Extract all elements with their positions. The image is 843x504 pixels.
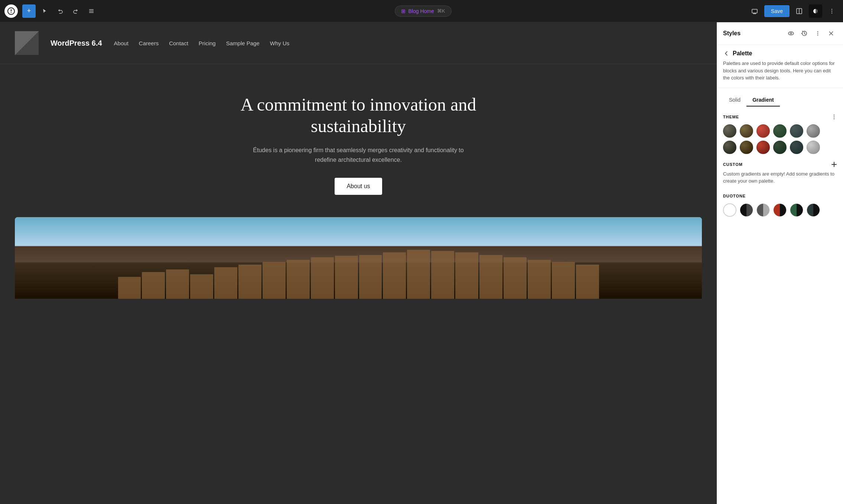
redo-button[interactable] xyxy=(69,4,82,18)
sidebar-header-icons xyxy=(785,27,837,39)
duotone-section: DUOTONE xyxy=(723,192,837,217)
svg-point-10 xyxy=(790,33,792,34)
site-header: WordPress 6.4 About Careers Contact Pric… xyxy=(0,22,717,64)
theme-swatch-8[interactable] xyxy=(740,141,753,154)
add-button[interactable]: + xyxy=(22,4,36,18)
theme-swatch-6[interactable] xyxy=(807,124,820,138)
more-sidebar-button[interactable] xyxy=(812,27,824,39)
site-logo xyxy=(15,31,39,55)
svg-point-14 xyxy=(817,35,818,35)
palette-title: Palette xyxy=(733,50,752,57)
nav-about[interactable]: About xyxy=(114,40,128,46)
add-custom-gradient-button[interactable] xyxy=(831,161,837,167)
theme-swatch-12[interactable] xyxy=(807,141,820,154)
tab-solid[interactable]: Solid xyxy=(723,94,746,107)
breadcrumb-label: Blog Home xyxy=(409,8,434,14)
tab-gradient[interactable]: Gradient xyxy=(746,94,780,107)
list-view-button[interactable] xyxy=(85,4,98,18)
more-options-button[interactable] xyxy=(825,4,839,18)
theme-more-button[interactable] xyxy=(831,114,837,120)
theme-swatch-1[interactable] xyxy=(723,124,736,138)
theme-swatch-5[interactable] xyxy=(790,124,803,138)
theme-swatch-4[interactable] xyxy=(773,124,787,138)
theme-swatch-2[interactable] xyxy=(740,124,753,138)
custom-empty-text: Custom gradients are empty! Add some gra… xyxy=(723,170,837,185)
svg-point-13 xyxy=(817,33,818,34)
duotone-label: DUOTONE xyxy=(723,194,746,198)
custom-section: CUSTOM Custom gradients are empty! Add s… xyxy=(723,161,837,185)
theme-swatch-10[interactable] xyxy=(773,141,787,154)
palette-header: Palette xyxy=(717,45,843,60)
hero-subtitle: Études is a pioneering firm that seamles… xyxy=(247,145,470,164)
site-name: WordPress 6.4 xyxy=(51,39,102,48)
theme-label: THEME xyxy=(723,115,739,119)
breadcrumb-icon: ⊞ xyxy=(401,8,406,14)
duotone-swatch-3[interactable] xyxy=(756,203,770,217)
wp-logo[interactable] xyxy=(4,4,18,18)
nav-contact[interactable]: Contact xyxy=(169,40,188,46)
custom-section-header: CUSTOM xyxy=(723,161,837,167)
toolbar: + ⊞ Blog Home ⌘K Save xyxy=(0,0,843,22)
theme-swatch-7[interactable] xyxy=(723,141,736,154)
duotone-swatch-1[interactable] xyxy=(723,203,736,217)
hero-cta-button[interactable]: About us xyxy=(335,178,382,195)
svg-rect-3 xyxy=(752,9,757,13)
svg-point-12 xyxy=(817,31,818,32)
hero-title: A commitment to innovation and sustainab… xyxy=(228,94,488,137)
svg-point-6 xyxy=(831,9,832,9)
theme-swatch-9[interactable] xyxy=(756,141,770,154)
architecture-image xyxy=(15,217,702,299)
duotone-swatch-6[interactable] xyxy=(807,203,820,217)
theme-swatch-3[interactable] xyxy=(756,124,770,138)
theme-section-header: THEME xyxy=(723,114,837,120)
theme-toggle-button[interactable] xyxy=(809,4,822,18)
layout-button[interactable] xyxy=(792,4,806,18)
back-button[interactable] xyxy=(723,50,730,57)
save-button[interactable]: Save xyxy=(764,5,790,17)
duotone-swatch-2[interactable] xyxy=(740,203,753,217)
main-area: WordPress 6.4 About Careers Contact Pric… xyxy=(0,22,843,504)
sidebar-content: THEME xyxy=(717,107,843,504)
sidebar-header: Styles xyxy=(717,22,843,45)
history-button[interactable] xyxy=(798,27,810,39)
duotone-header: DUOTONE xyxy=(723,192,837,199)
svg-rect-0 xyxy=(89,9,94,10)
nav-pricing[interactable]: Pricing xyxy=(199,40,216,46)
styles-panel: Styles Palette xyxy=(717,22,843,504)
svg-point-18 xyxy=(834,116,834,117)
theme-swatches-row2 xyxy=(723,141,837,154)
undo-button[interactable] xyxy=(53,4,67,18)
duotone-grid xyxy=(723,203,837,217)
toolbar-center: ⊞ Blog Home ⌘K xyxy=(100,6,746,17)
svg-point-8 xyxy=(831,12,832,13)
theme-swatches-row1 xyxy=(723,124,837,138)
select-tool-button[interactable] xyxy=(38,4,51,18)
preview-button[interactable] xyxy=(785,27,797,39)
custom-label: CUSTOM xyxy=(723,162,743,167)
palette-description: Palettes are used to provide default col… xyxy=(717,60,843,88)
breadcrumb-shortcut: ⌘K xyxy=(437,8,445,14)
theme-swatch-11[interactable] xyxy=(790,141,803,154)
device-preview-button[interactable] xyxy=(748,4,761,18)
arch-lines xyxy=(118,250,599,299)
toolbar-right: Save xyxy=(748,4,839,18)
nav-why-us[interactable]: Why Us xyxy=(270,40,290,46)
tabs: Solid Gradient xyxy=(717,88,843,107)
svg-point-17 xyxy=(834,114,834,115)
nav-careers[interactable]: Careers xyxy=(139,40,159,46)
close-panel-button[interactable] xyxy=(825,27,837,39)
svg-point-9 xyxy=(788,32,794,35)
hero-section: A commitment to innovation and sustainab… xyxy=(0,64,717,217)
duotone-swatch-4[interactable] xyxy=(773,203,787,217)
svg-point-19 xyxy=(834,118,834,119)
site-nav: About Careers Contact Pricing Sample Pag… xyxy=(114,40,702,46)
sidebar-title: Styles xyxy=(723,30,741,37)
svg-rect-1 xyxy=(89,11,94,12)
svg-rect-2 xyxy=(89,12,94,13)
svg-point-7 xyxy=(831,10,832,11)
nav-sample-page[interactable]: Sample Page xyxy=(226,40,260,46)
canvas: WordPress 6.4 About Careers Contact Pric… xyxy=(0,22,717,504)
breadcrumb-pill[interactable]: ⊞ Blog Home ⌘K xyxy=(395,6,452,17)
duotone-swatch-5[interactable] xyxy=(790,203,803,217)
